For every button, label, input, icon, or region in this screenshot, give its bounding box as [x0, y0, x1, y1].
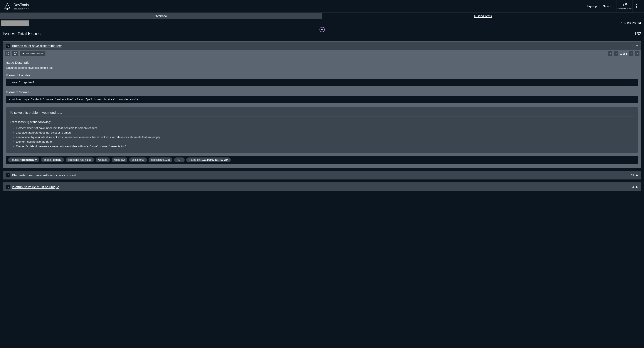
issue-card-right: 84 ▶ [630, 185, 638, 189]
chevron-down-icon [321, 28, 324, 31]
pager-status: 1 of 1 [620, 52, 627, 55]
expander-row [0, 27, 644, 29]
main-content: Issues: Total Issues 132 Buttons must ha… [0, 29, 644, 194]
chip-impact: Impact: critical [41, 157, 64, 162]
meta-row: Found: Automatically Impact: critical ca… [6, 156, 638, 164]
issue-count: 1 [632, 44, 634, 48]
scan-selector[interactable] [1, 20, 29, 26]
svg-point-9 [8, 187, 8, 187]
tab-overview[interactable]: Overview [0, 13, 322, 19]
pager-first-button[interactable]: « [608, 51, 612, 56]
issue-card-right: 1 ▼ [632, 44, 638, 48]
more-menu-button[interactable] [632, 0, 640, 12]
issue-body: Issue Description Ensures buttons have d… [3, 57, 641, 167]
fix-heading: Fix at least (1) of the following: [10, 120, 634, 124]
issue-count: 84 [630, 185, 634, 189]
sign-up-link[interactable]: Sign up [586, 4, 597, 8]
tab-guided-tests[interactable]: Guided Tests [322, 13, 644, 19]
fix-item: Element's default semantics were not ove… [16, 145, 634, 148]
svg-point-6 [636, 7, 637, 8]
issues-summary: 132 issues [621, 21, 636, 25]
save-icon[interactable] [638, 21, 642, 25]
header-left: ax DevTools axe-core 4.4.2 [4, 3, 29, 10]
chip-found: Found: Automatically [8, 157, 39, 162]
issue-toolbar-left: SHARE ISSUE [4, 51, 46, 56]
pager-next-button[interactable]: › [629, 51, 633, 56]
pager-prev-button[interactable]: ‹ [614, 51, 618, 56]
start-new-scan-button[interactable]: start new scan [616, 0, 632, 12]
chevron-right-icon[interactable]: ▶ [636, 174, 638, 176]
svg-point-5 [636, 6, 637, 7]
fix-list: Element does not have inner text that is… [10, 126, 634, 148]
highlight-icon[interactable] [6, 185, 10, 189]
share-label: SHARE ISSUE [26, 52, 43, 55]
issue-card-unique-id: id attribute value must be unique 84 ▶ [2, 182, 642, 191]
logo-title: DevTools [14, 3, 29, 7]
desc-label: Issue Description [6, 61, 638, 64]
loc-label: Element Location [6, 73, 638, 77]
auth-links: Sign up / Sign in [586, 4, 616, 8]
header-right: Sign up / Sign in start new scan [586, 0, 640, 12]
issues-total-count: 132 [634, 31, 642, 36]
axe-core-link[interactable]: axe-core [14, 7, 23, 10]
highlight-icon[interactable] [6, 173, 10, 177]
issue-count: 42 [630, 173, 634, 177]
kebab-icon [636, 4, 637, 8]
issue-card-left: Elements must have sufficient color cont… [6, 173, 76, 177]
chip-tag: section508 [129, 157, 147, 162]
chip-tag: ACT [174, 157, 184, 162]
loc-code[interactable]: .hover\:bg-teal [6, 79, 638, 86]
inspect-element-button[interactable] [4, 51, 11, 56]
chip-tag: section508.22.a [149, 157, 172, 162]
issue-card-header[interactable]: id attribute value must be unique 84 ▶ [3, 183, 641, 191]
desc-text: Ensures buttons have discernible text [6, 66, 638, 69]
issues-toolbar: 132 issues [0, 19, 644, 27]
toolbar-right: 132 issues [621, 21, 642, 25]
share-issue-button[interactable]: SHARE ISSUE [19, 51, 46, 56]
svg-point-7 [8, 45, 8, 46]
issue-card-header[interactable]: Elements must have sufficient color cont… [3, 171, 641, 179]
logo-subtitle: axe-core 4.4.2 [14, 7, 29, 10]
axe-version: 4.4.2 [24, 7, 29, 10]
code-icon [6, 52, 9, 55]
svg-text:ax: ax [7, 8, 8, 10]
issue-card-left: Buttons must have discernible text [6, 44, 62, 48]
solution-box: To solve this problem, you need to... Fi… [6, 107, 638, 153]
issue-card-left: id attribute value must be unique [6, 185, 59, 189]
chevron-right-icon[interactable]: ▶ [636, 186, 638, 188]
issue-title-link[interactable]: Buttons must have discernible text [12, 44, 62, 48]
issues-title: Issues: Total Issues [2, 31, 40, 36]
axe-logo-icon: ax [4, 3, 11, 10]
chevron-down-icon[interactable]: ▼ [636, 44, 638, 47]
issue-detail-toolbar: SHARE ISSUE « ‹ 1 of 1 › » [3, 50, 641, 57]
issue-pager: « ‹ 1 of 1 › » [608, 51, 640, 56]
issue-title-link[interactable]: Elements must have sufficient color cont… [12, 173, 76, 177]
fix-item: aria-labelledby attribute does not exist… [16, 135, 634, 139]
external-link-icon [14, 52, 16, 55]
main-tabs: Overview Guided Tests [0, 12, 644, 19]
fix-item: Element does not have inner text that is… [16, 126, 634, 130]
add-scan-icon [622, 2, 627, 7]
sign-in-link[interactable]: Sign in [603, 4, 612, 8]
issue-card-right: 42 ▶ [630, 173, 638, 177]
start-new-scan-label: start new scan [618, 7, 632, 10]
share-icon [22, 52, 25, 55]
fix-item: aria-label attribute does not exist or i… [16, 131, 634, 134]
pager-last-button[interactable]: » [635, 51, 640, 56]
solution-title: To solve this problem, you need to... [10, 111, 634, 117]
chip-tag: wcag2a [96, 157, 110, 162]
app-header: ax DevTools axe-core 4.4.2 Sign up / Sig… [0, 0, 644, 12]
open-external-button[interactable] [12, 51, 18, 56]
src-code[interactable]: <button type="submit" name="subscribe" c… [6, 96, 638, 103]
toolbar-left [1, 20, 29, 26]
issue-title-link[interactable]: id attribute value must be unique [12, 185, 59, 189]
expand-panel-button[interactable] [320, 27, 325, 32]
issue-card-header[interactable]: Buttons must have discernible text 1 ▼ [3, 41, 641, 50]
highlight-icon[interactable] [6, 44, 10, 48]
src-label: Element Source [6, 90, 638, 94]
chip-foundon: Found on: 12/14/2022 at 7:07 AM [186, 157, 231, 162]
fix-item: Element has no title attribute [16, 140, 634, 143]
svg-point-8 [8, 175, 8, 176]
auth-separator: / [600, 4, 600, 8]
issue-card-color-contrast: Elements must have sufficient color cont… [2, 171, 642, 179]
